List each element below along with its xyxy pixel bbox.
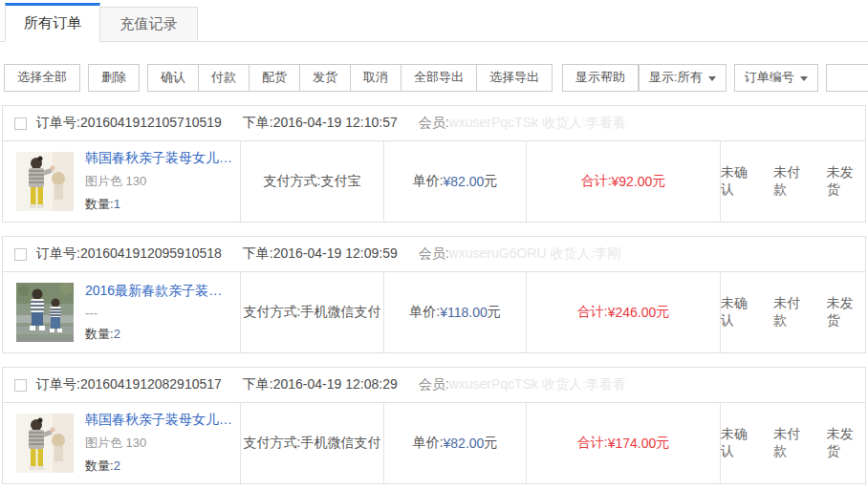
order-checkbox[interactable] bbox=[14, 117, 27, 130]
ship-button[interactable]: 发货 bbox=[299, 64, 351, 92]
status-unpaid: 未付款 bbox=[773, 426, 812, 460]
show-help-button[interactable]: 显示帮助 bbox=[562, 64, 639, 92]
order-header: 订单号:2016041912082910517 下单:2016-04-19 12… bbox=[3, 368, 865, 403]
status-cell: 未确认 未付款 未发货 bbox=[720, 403, 865, 483]
allocate-button[interactable]: 配货 bbox=[249, 64, 300, 92]
order-placed-time: 下单:2016-04-19 12:09:59 bbox=[243, 245, 398, 263]
order-checkbox[interactable] bbox=[14, 379, 27, 392]
product-image[interactable] bbox=[16, 283, 74, 342]
search-type-dropdown[interactable]: 订单编号 bbox=[734, 64, 818, 92]
total-price-cell: 合计:¥246.00元 bbox=[526, 272, 720, 352]
export-selected-button[interactable]: 选择导出 bbox=[476, 64, 553, 92]
order-header: 订单号:2016041912095910518 下单:2016-04-19 12… bbox=[3, 237, 865, 272]
product-quantity: 数量:1 bbox=[85, 196, 232, 213]
order-member: 会员:wxuserPqcTSk收货人:李看看 bbox=[419, 115, 626, 132]
select-all-button[interactable]: 选择全部 bbox=[4, 64, 80, 92]
order-member: 会员:wxuserPqcTSk收货人:李看看 bbox=[419, 376, 626, 393]
total-price-cell: 合计:¥174.00元 bbox=[526, 403, 720, 483]
product-cell: 韩国春秋亲子装母女儿… 图片色 130 数量:2 bbox=[3, 403, 240, 483]
order-header: 订单号:2016041912105710519 下单:2016-04-19 12… bbox=[3, 106, 865, 141]
delete-button[interactable]: 删除 bbox=[88, 64, 140, 92]
product-info: 2016最新春款亲子装破… --- 数量:2 bbox=[85, 283, 232, 343]
order-list: 订单号:2016041912105710519 下单:2016-04-19 12… bbox=[0, 105, 868, 484]
product-variant: 图片色 130 bbox=[85, 173, 232, 190]
order-card: 订单号:2016041912082910517 下单:2016-04-19 12… bbox=[2, 367, 866, 484]
order-number: 订单号:2016041912082910517 bbox=[36, 376, 222, 393]
order-body: 韩国春秋亲子装母女儿… 图片色 130 数量:2 支付方式:手机微信支付 单价:… bbox=[3, 403, 865, 483]
display-filter-label: 显示:所有 bbox=[649, 69, 703, 86]
product-title-link[interactable]: 韩国春秋亲子装母女儿童… bbox=[85, 150, 232, 167]
chevron-down-icon bbox=[708, 76, 716, 81]
product-variant: 图片色 130 bbox=[85, 435, 232, 452]
status-unshipped: 未发货 bbox=[827, 426, 865, 460]
tab-bar: 所有订单 充值记录 bbox=[0, 0, 868, 42]
unit-price-cell: 单价:¥82.00元 bbox=[383, 141, 526, 222]
payment-method-cell: 支付方式:手机微信支付 bbox=[240, 403, 383, 483]
product-cell: 2016最新春款亲子装破… --- 数量:2 bbox=[3, 272, 240, 352]
order-number: 订单号:2016041912105710519 bbox=[36, 115, 222, 132]
order-management-page: 所有订单 充值记录 选择全部 删除 确认 付款 配货 发货 取消 全部导出 选择… bbox=[0, 0, 868, 489]
tab-recharge-records[interactable]: 充值记录 bbox=[99, 7, 198, 41]
status-unconfirmed: 未确认 bbox=[721, 295, 759, 330]
order-body: 2016最新春款亲子装破… --- 数量:2 支付方式:手机微信支付 单价:¥1… bbox=[3, 272, 865, 352]
tab-all-orders[interactable]: 所有订单 bbox=[5, 3, 100, 42]
order-receiver: 收货人:李看看 bbox=[542, 115, 626, 130]
chevron-down-icon bbox=[800, 76, 808, 81]
product-info: 韩国春秋亲子装母女儿童… 图片色 130 数量:1 bbox=[85, 150, 232, 213]
order-placed-time: 下单:2016-04-19 12:08:29 bbox=[243, 376, 398, 393]
toolbar-right: 显示:所有 订单编号 bbox=[639, 64, 868, 92]
status-unconfirmed: 未确认 bbox=[721, 426, 759, 460]
product-variant: --- bbox=[85, 306, 232, 320]
total-price-cell: 合计:¥92.00元 bbox=[526, 141, 720, 222]
order-search-input[interactable] bbox=[826, 64, 868, 92]
payment-method-cell: 支付方式:手机微信支付 bbox=[240, 272, 383, 352]
product-cell: 韩国春秋亲子装母女儿童… 图片色 130 数量:1 bbox=[3, 141, 240, 222]
unit-price-cell: 单价:¥82.00元 bbox=[383, 403, 526, 483]
product-image[interactable] bbox=[16, 414, 74, 473]
display-filter-dropdown[interactable]: 显示:所有 bbox=[639, 64, 727, 92]
payment-method-cell: 支付方式:支付宝 bbox=[240, 141, 383, 222]
order-card: 订单号:2016041912105710519 下单:2016-04-19 12… bbox=[2, 105, 866, 223]
pay-button[interactable]: 付款 bbox=[198, 64, 250, 92]
product-quantity: 数量:2 bbox=[85, 326, 232, 343]
order-receiver: 收货人:李看看 bbox=[542, 376, 626, 392]
cancel-button[interactable]: 取消 bbox=[350, 64, 401, 92]
order-member: 会员:wxuseruG6ORU收货人:李刚 bbox=[419, 245, 621, 263]
export-all-button[interactable]: 全部导出 bbox=[401, 64, 477, 92]
order-checkbox[interactable] bbox=[14, 248, 27, 261]
status-unconfirmed: 未确认 bbox=[721, 164, 759, 199]
status-unpaid: 未付款 bbox=[773, 295, 812, 330]
product-image[interactable] bbox=[16, 152, 74, 211]
product-title-link[interactable]: 韩国春秋亲子装母女儿… bbox=[85, 412, 232, 429]
search-type-label: 订单编号 bbox=[745, 69, 794, 86]
product-title-link[interactable]: 2016最新春款亲子装破… bbox=[85, 283, 232, 300]
unit-price-cell: 单价:¥118.00元 bbox=[383, 272, 526, 352]
order-action-group: 确认 付款 配货 发货 取消 全部导出 选择导出 bbox=[147, 64, 553, 92]
order-receiver: 收货人:李刚 bbox=[551, 245, 621, 261]
status-unshipped: 未发货 bbox=[827, 295, 865, 330]
order-body: 韩国春秋亲子装母女儿童… 图片色 130 数量:1 支付方式:支付宝 单价:¥8… bbox=[3, 141, 865, 222]
order-number: 订单号:2016041912095910518 bbox=[36, 245, 222, 263]
product-quantity: 数量:2 bbox=[85, 457, 232, 475]
order-card: 订单号:2016041912095910518 下单:2016-04-19 12… bbox=[2, 236, 866, 353]
status-unshipped: 未发货 bbox=[827, 164, 865, 199]
order-placed-time: 下单:2016-04-19 12:10:57 bbox=[243, 115, 398, 132]
status-cell: 未确认 未付款 未发货 bbox=[720, 272, 865, 352]
status-unpaid: 未付款 bbox=[773, 164, 812, 199]
toolbar: 选择全部 删除 确认 付款 配货 发货 取消 全部导出 选择导出 显示帮助 显示… bbox=[4, 63, 868, 92]
confirm-button[interactable]: 确认 bbox=[147, 64, 199, 92]
status-cell: 未确认 未付款 未发货 bbox=[720, 141, 865, 222]
product-info: 韩国春秋亲子装母女儿… 图片色 130 数量:2 bbox=[85, 412, 232, 475]
